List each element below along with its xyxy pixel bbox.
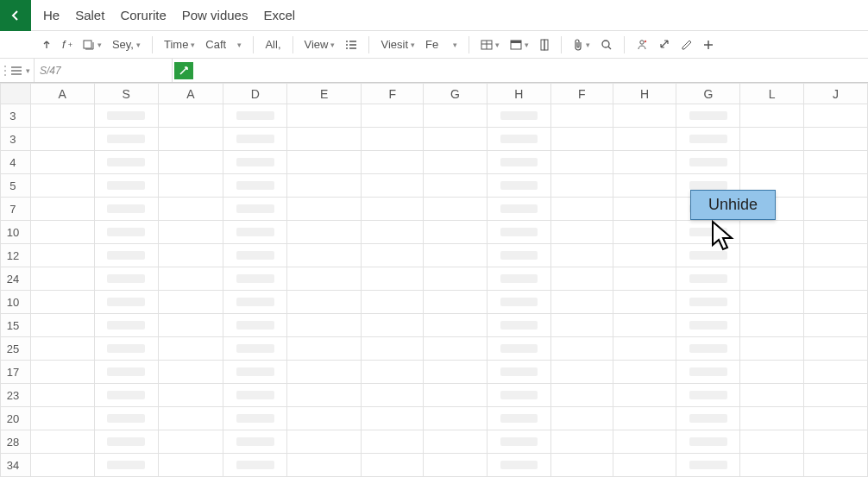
cell[interactable] [676, 221, 740, 244]
cell[interactable] [94, 244, 158, 267]
cell[interactable] [158, 221, 223, 244]
row-header[interactable]: 24 [1, 267, 31, 291]
row-header[interactable]: 7 [1, 198, 31, 221]
select-all-corner[interactable] [1, 84, 31, 104]
column-button[interactable] [536, 37, 553, 53]
cell[interactable] [362, 104, 424, 128]
cell[interactable] [487, 291, 550, 314]
swap-button[interactable] [655, 37, 674, 53]
cell[interactable] [804, 267, 868, 291]
cell[interactable] [287, 244, 362, 267]
cell[interactable] [287, 151, 362, 174]
cell[interactable] [613, 128, 676, 151]
cell[interactable] [223, 151, 287, 174]
cell[interactable] [30, 291, 94, 314]
table-button-2[interactable]: ▾ [506, 38, 532, 52]
cell[interactable] [550, 291, 613, 314]
cell[interactable] [487, 314, 550, 337]
cell[interactable] [487, 244, 550, 267]
cell[interactable] [740, 407, 804, 430]
add-button[interactable] [700, 38, 717, 52]
cell[interactable] [158, 337, 223, 361]
row-header[interactable]: 17 [1, 361, 31, 384]
cell[interactable] [487, 384, 550, 407]
cell[interactable] [424, 198, 487, 221]
cell[interactable] [362, 407, 424, 430]
cell[interactable] [487, 337, 550, 361]
row-header[interactable]: 4 [1, 151, 31, 174]
chevron-down-icon[interactable]: ▾ [26, 66, 30, 75]
cell[interactable] [223, 430, 287, 454]
cell[interactable] [550, 104, 613, 128]
cell[interactable] [223, 128, 287, 151]
cell[interactable] [287, 384, 362, 407]
fx-indicator[interactable] [174, 62, 193, 79]
cell[interactable] [613, 198, 676, 221]
cell[interactable] [804, 174, 868, 198]
cell[interactable] [424, 267, 487, 291]
cell[interactable] [362, 151, 424, 174]
cell[interactable] [487, 407, 550, 430]
cell[interactable] [487, 151, 550, 174]
cell[interactable] [487, 221, 550, 244]
cell[interactable] [676, 314, 740, 337]
person-button[interactable] [632, 37, 651, 53]
cell[interactable] [804, 407, 868, 430]
view-dropdown[interactable]: View▾ [301, 36, 339, 53]
cell[interactable] [804, 384, 868, 407]
cell[interactable] [424, 128, 487, 151]
cell[interactable] [424, 361, 487, 384]
cell[interactable] [158, 104, 223, 128]
cell[interactable] [223, 244, 287, 267]
cell[interactable] [804, 291, 868, 314]
row-header[interactable]: 3 [1, 128, 31, 151]
name-box[interactable]: S/47 [35, 59, 173, 82]
pen-button[interactable] [677, 37, 696, 53]
search-button[interactable] [597, 37, 616, 53]
column-header[interactable]: G [424, 84, 487, 104]
cell[interactable] [804, 361, 868, 384]
cell[interactable] [550, 221, 613, 244]
cell[interactable] [613, 361, 676, 384]
cell[interactable] [287, 128, 362, 151]
column-header[interactable]: J [804, 84, 868, 104]
cell[interactable] [223, 267, 287, 291]
cell[interactable] [158, 244, 223, 267]
cell[interactable] [613, 454, 676, 477]
column-header[interactable]: F [362, 84, 424, 104]
cell[interactable] [740, 361, 804, 384]
cell[interactable] [804, 104, 868, 128]
cell[interactable] [158, 174, 223, 198]
cell[interactable] [740, 244, 804, 267]
column-header[interactable]: S [94, 84, 158, 104]
cell[interactable] [158, 314, 223, 337]
cell[interactable] [424, 151, 487, 174]
cell[interactable] [676, 430, 740, 454]
cell[interactable] [487, 128, 550, 151]
cell[interactable] [362, 384, 424, 407]
cell[interactable] [613, 430, 676, 454]
column-header[interactable]: A [158, 84, 223, 104]
column-header[interactable]: A [30, 84, 94, 104]
cell[interactable] [613, 221, 676, 244]
cell[interactable] [30, 104, 94, 128]
cell[interactable] [287, 104, 362, 128]
row-header[interactable]: 28 [1, 430, 31, 454]
cell[interactable] [804, 151, 868, 174]
time-dropdown[interactable]: Time▾ [160, 36, 198, 53]
cell[interactable] [30, 244, 94, 267]
column-header[interactable]: G [676, 84, 740, 104]
cell[interactable] [30, 361, 94, 384]
cell[interactable] [676, 151, 740, 174]
cell[interactable] [550, 384, 613, 407]
cell[interactable] [158, 128, 223, 151]
cell[interactable] [362, 430, 424, 454]
cell[interactable] [287, 221, 362, 244]
cell[interactable] [550, 151, 613, 174]
cell[interactable] [676, 337, 740, 361]
row-header[interactable]: 3 [1, 104, 31, 128]
cell[interactable] [94, 267, 158, 291]
cell[interactable] [223, 407, 287, 430]
cell[interactable] [287, 361, 362, 384]
formula-input[interactable] [193, 59, 868, 82]
